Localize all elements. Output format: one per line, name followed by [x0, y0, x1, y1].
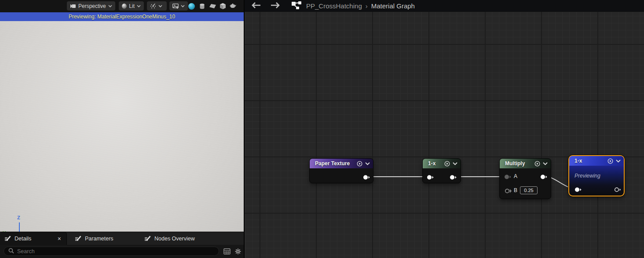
gear-icon[interactable]	[234, 247, 242, 256]
forward-arrow-icon[interactable]	[270, 2, 280, 10]
gauge-icon	[150, 3, 156, 9]
material-graph-icon	[291, 1, 302, 11]
node-title: 1-x	[428, 160, 442, 167]
node-oneminus-header[interactable]: 1-x	[423, 159, 461, 168]
plane-icon	[209, 3, 216, 9]
node-oneminus[interactable]: 1-x	[422, 158, 461, 183]
chevron-down-icon	[108, 5, 112, 7]
node-title: Multiply	[505, 160, 532, 167]
nodes-overview-icon	[144, 235, 151, 242]
screenshot-image-icon	[172, 4, 179, 9]
bottom-tab-bar: Details × Parameters Nodes Overview	[0, 232, 244, 245]
output-pin[interactable]	[363, 174, 370, 182]
cylinder-icon	[199, 3, 205, 10]
previewing-status-label: Previewing	[574, 173, 600, 179]
output-pin[interactable]	[540, 174, 548, 182]
chevron-down-icon	[137, 5, 141, 7]
pin-a-label: A	[514, 173, 517, 179]
lit-label: Lit	[129, 3, 135, 9]
pin-b-value-input[interactable]: 0.25	[520, 186, 538, 194]
close-icon[interactable]: ×	[57, 236, 62, 242]
chevron-down-icon	[158, 5, 162, 7]
preview-shape-sphere-button[interactable]	[187, 1, 196, 11]
node-title: 1-x	[574, 158, 605, 164]
breadcrumb-page: Material Graph	[371, 2, 415, 10]
cube-icon	[220, 3, 226, 10]
input-pin[interactable]	[574, 186, 582, 194]
perspective-dropdown[interactable]: Perspective	[67, 1, 115, 11]
lit-sphere-icon	[122, 4, 127, 9]
gizmo-z-label: Z	[17, 215, 20, 220]
previewing-banner: Previewing: MaterialExpressionOneMinus_1…	[0, 12, 244, 21]
node-title: Paper Texture	[315, 160, 354, 167]
teapot-icon	[229, 3, 237, 9]
preview-node-icon[interactable]	[444, 161, 450, 167]
material-graph-panel: Paper Texture 1-x M	[245, 0, 644, 258]
search-icon	[8, 247, 14, 255]
preview-node-icon[interactable]	[607, 158, 613, 164]
output-pin[interactable]	[450, 174, 457, 182]
output-pin[interactable]	[614, 186, 622, 194]
preview-shape-teapot-button[interactable]	[228, 1, 238, 11]
breadcrumb-asset[interactable]: PP_CrossHatching	[306, 2, 362, 10]
viewport-toolbar: Perspective Lit	[0, 0, 244, 12]
input-pin-b[interactable]	[505, 188, 512, 196]
material-preview-viewport[interactable]: Z Y X	[0, 21, 244, 232]
node-oneminus-selected-header[interactable]: 1-x	[569, 156, 624, 166]
preview-shape-cube-button[interactable]	[218, 1, 227, 11]
perspective-label: Perspective	[78, 3, 106, 9]
property-matrix-icon[interactable]	[223, 247, 231, 256]
collapse-chevron-icon[interactable]	[616, 160, 621, 163]
tab-details-label: Details	[15, 236, 31, 242]
preview-node-icon[interactable]	[357, 161, 362, 167]
details-search-row	[0, 245, 244, 258]
preview-shape-plane-button[interactable]	[208, 1, 217, 11]
parameters-icon	[75, 235, 81, 242]
collapse-chevron-icon[interactable]	[543, 162, 548, 165]
preview-shape-cylinder-button[interactable]	[197, 1, 207, 11]
sphere-icon	[188, 3, 195, 10]
preview-panel: Perspective Lit	[0, 0, 244, 258]
node-paper-texture-header[interactable]: Paper Texture	[310, 159, 373, 168]
view-options-dropdown[interactable]	[169, 1, 188, 11]
input-pin-a[interactable]	[504, 174, 512, 182]
tab-nodes-overview[interactable]: Nodes Overview	[140, 232, 199, 245]
search-input[interactable]	[17, 248, 214, 254]
back-arrow-icon[interactable]	[252, 2, 261, 10]
input-pin[interactable]	[427, 174, 434, 182]
details-icon	[4, 235, 11, 242]
collapse-chevron-icon[interactable]	[453, 162, 457, 165]
search-field[interactable]	[4, 247, 219, 256]
preview-node-icon[interactable]	[534, 161, 540, 167]
tab-details[interactable]: Details ×	[0, 232, 67, 245]
tab-parameters-label: Parameters	[85, 236, 113, 242]
tab-nodes-overview-label: Nodes Overview	[154, 236, 195, 242]
graph-canvas[interactable]	[245, 0, 644, 258]
node-multiply[interactable]: Multiply A B 0.25	[499, 158, 551, 199]
previewing-banner-text: Previewing: MaterialExpressionOneMinus_1…	[69, 14, 175, 20]
breadcrumb-separator-icon: ›	[366, 2, 368, 10]
show-flags-dropdown[interactable]	[147, 1, 167, 11]
collapse-chevron-icon[interactable]	[365, 162, 370, 165]
node-paper-texture[interactable]: Paper Texture	[309, 158, 373, 183]
camera-icon	[70, 4, 76, 8]
chevron-down-icon	[181, 5, 185, 7]
lit-mode-dropdown[interactable]: Lit	[119, 1, 144, 11]
tab-parameters[interactable]: Parameters	[70, 232, 118, 245]
graph-topbar: PP_CrossHatching › Material Graph	[245, 0, 644, 12]
pin-b-label: B	[514, 187, 517, 193]
node-oneminus-selected[interactable]: 1-x Previewing	[568, 155, 625, 196]
node-multiply-header[interactable]: Multiply	[500, 159, 551, 168]
unreal-material-editor: Perspective Lit	[0, 0, 644, 258]
